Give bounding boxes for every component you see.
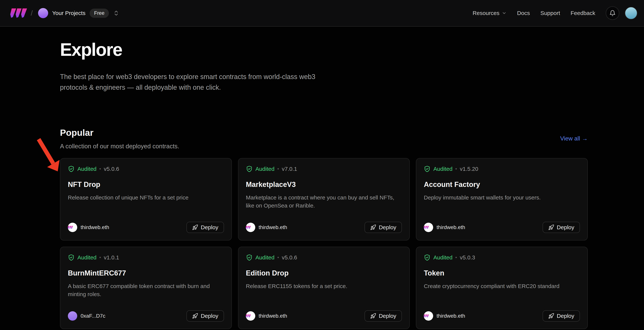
publisher[interactable]: 0xaF...D7c	[68, 311, 105, 321]
publisher[interactable]: thirdweb.eth	[246, 311, 287, 321]
shield-check-icon	[68, 254, 74, 261]
meta-separator: •	[99, 255, 101, 260]
contract-version: v5.0.6	[104, 166, 119, 172]
contract-title[interactable]: BurnMintERC677	[68, 269, 224, 277]
publisher[interactable]: thirdweb.eth	[424, 311, 465, 321]
deploy-label: Deploy	[379, 224, 396, 231]
card-meta: Audited • v1.0.1	[68, 254, 224, 261]
audited-label: Audited	[256, 254, 274, 261]
plan-badge: Free	[90, 8, 109, 18]
publisher-name: thirdweb.eth	[436, 224, 465, 230]
contract-description: Release ERC1155 tokens for a set price.	[246, 282, 398, 290]
contract-title[interactable]: NFT Drop	[68, 181, 224, 189]
team-name[interactable]: Your Projects	[52, 10, 86, 16]
rocket-icon	[370, 224, 376, 230]
audited-label: Audited	[433, 166, 452, 172]
nav-resources[interactable]: Resources	[472, 10, 506, 16]
thirdweb-logo-icon[interactable]	[9, 8, 27, 18]
main-content: Explore The best place for web3 develope…	[0, 39, 644, 329]
meta-separator: •	[455, 255, 457, 260]
audited-label: Audited	[256, 166, 274, 172]
deploy-button[interactable]: Deploy	[186, 310, 224, 322]
contract-card-marketplacev3[interactable]: Audited • v7.0.1 MarketplaceV3 Marketpla…	[238, 158, 410, 241]
meta-separator: •	[455, 166, 457, 172]
nav-docs[interactable]: Docs	[517, 10, 530, 16]
contract-version: v1.5.20	[460, 166, 478, 172]
chevrons-up-down-icon	[113, 10, 120, 16]
card-footer: thirdweb.eth Deploy	[424, 222, 580, 233]
shield-check-icon	[246, 166, 253, 172]
page-title: Explore	[60, 39, 588, 60]
deploy-label: Deploy	[201, 313, 218, 319]
contract-card-nft-drop[interactable]: Audited • v5.0.6 NFT Drop Release collec…	[60, 158, 232, 241]
team-avatar[interactable]	[38, 8, 48, 18]
popular-subtitle: A collection of our most deployed contra…	[60, 143, 179, 150]
deploy-button[interactable]: Deploy	[542, 310, 580, 322]
meta-separator: •	[99, 166, 101, 172]
contract-card-edition-drop[interactable]: Audited • v5.0.6 Edition Drop Release ER…	[238, 247, 410, 329]
popular-title: Popular	[60, 128, 179, 138]
contract-title[interactable]: Account Factory	[424, 181, 580, 189]
shield-check-icon	[246, 254, 253, 261]
card-footer: thirdweb.eth Deploy	[68, 222, 224, 233]
contract-version: v7.0.1	[282, 166, 297, 172]
contract-description: Release collection of unique NFTs for a …	[68, 193, 220, 202]
card-footer: thirdweb.eth Deploy	[424, 310, 580, 322]
team-switcher-button[interactable]	[113, 10, 120, 16]
nav-support[interactable]: Support	[540, 10, 560, 16]
deploy-label: Deploy	[557, 224, 574, 231]
publisher[interactable]: thirdweb.eth	[424, 223, 465, 232]
card-footer: thirdweb.eth Deploy	[246, 222, 402, 233]
contract-card-token[interactable]: Audited • v5.0.3 Token Create cryptocurr…	[416, 247, 588, 329]
view-all-label: View all	[560, 135, 580, 142]
rocket-icon	[548, 313, 554, 319]
publisher-name: 0xaF...D7c	[80, 313, 105, 319]
contract-title[interactable]: Token	[424, 269, 580, 277]
audited-label: Audited	[78, 254, 96, 261]
card-meta: Audited • v5.0.3	[424, 254, 580, 261]
contract-description: Marketplace is a contract where you can …	[246, 193, 398, 210]
rocket-icon	[370, 313, 376, 319]
bell-icon	[609, 10, 616, 16]
audited-label: Audited	[433, 254, 452, 261]
contract-card-burnminterc677[interactable]: Audited • v1.0.1 BurnMintERC677 A basic …	[60, 247, 232, 329]
contracts-grid: Audited • v5.0.6 NFT Drop Release collec…	[60, 158, 588, 329]
publisher-avatar	[424, 223, 433, 232]
publisher[interactable]: thirdweb.eth	[246, 223, 287, 232]
publisher-name: thirdweb.eth	[80, 224, 109, 230]
contract-version: v1.0.1	[104, 254, 119, 261]
card-footer: thirdweb.eth Deploy	[246, 310, 402, 322]
deploy-button[interactable]: Deploy	[186, 222, 224, 233]
shield-check-icon	[424, 254, 430, 261]
contract-description: A basic ERC677 compatible token contract…	[68, 282, 220, 298]
publisher-avatar	[424, 311, 433, 321]
deploy-button[interactable]: Deploy	[364, 222, 402, 233]
nav-feedback[interactable]: Feedback	[570, 10, 595, 16]
contract-description: Deploy immutable smart wallets for your …	[424, 193, 576, 202]
user-avatar[interactable]	[625, 7, 637, 19]
arrow-right-icon: →	[582, 135, 588, 142]
notifications-button[interactable]	[606, 6, 619, 20]
popular-header: Popular A collection of our most deploye…	[60, 128, 588, 150]
card-footer: 0xaF...D7c Deploy	[68, 310, 224, 322]
contract-title[interactable]: MarketplaceV3	[246, 181, 402, 189]
view-all-link[interactable]: View all →	[560, 135, 588, 142]
rocket-icon	[192, 224, 198, 230]
publisher[interactable]: thirdweb.eth	[68, 223, 109, 232]
publisher-avatar	[246, 311, 255, 321]
publisher-avatar	[68, 223, 77, 232]
publisher-name: thirdweb.eth	[259, 224, 287, 230]
card-meta: Audited • v5.0.6	[246, 254, 402, 261]
publisher-avatar	[68, 311, 77, 321]
top-navbar: / Your Projects Free Resources Docs Supp…	[0, 0, 644, 26]
rocket-icon	[192, 313, 198, 319]
deploy-button[interactable]: Deploy	[364, 310, 402, 322]
card-meta: Audited • v5.0.6	[68, 166, 224, 172]
contract-version: v5.0.3	[460, 254, 475, 261]
contract-title[interactable]: Edition Drop	[246, 269, 402, 277]
deploy-button[interactable]: Deploy	[542, 222, 580, 233]
contract-card-account-factory[interactable]: Audited • v1.5.20 Account Factory Deploy…	[416, 158, 588, 241]
card-meta: Audited • v7.0.1	[246, 166, 402, 172]
publisher-name: thirdweb.eth	[436, 313, 465, 319]
breadcrumb-separator: /	[31, 9, 33, 17]
